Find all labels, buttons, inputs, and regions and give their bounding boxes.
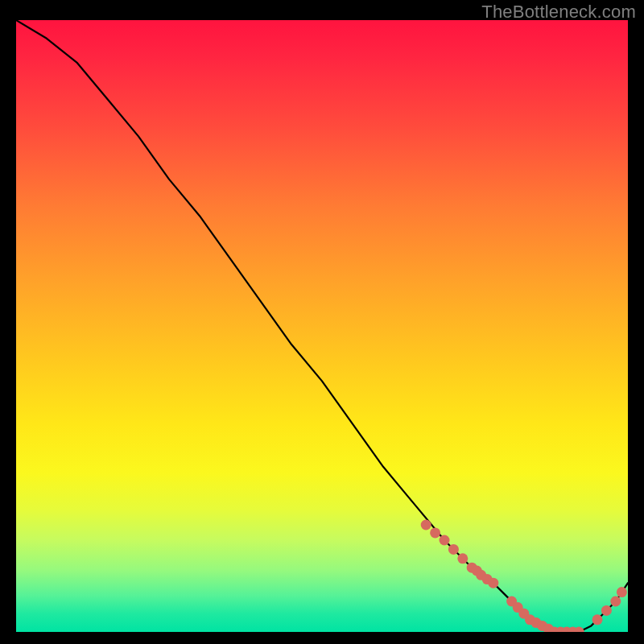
marker-dot bbox=[440, 535, 450, 546]
marker-dot bbox=[617, 587, 627, 597]
marker-dot bbox=[610, 597, 621, 607]
chart-overlay bbox=[16, 20, 628, 632]
bottleneck-curve bbox=[16, 20, 628, 632]
marker-dot bbox=[448, 544, 459, 555]
curve-markers bbox=[421, 520, 627, 633]
chart-stage: TheBottleneck.com bbox=[0, 0, 644, 644]
marker-dot bbox=[488, 578, 498, 588]
watermark-text: TheBottleneck.com bbox=[481, 2, 636, 23]
marker-dot bbox=[421, 520, 431, 530]
marker-dot bbox=[457, 553, 468, 564]
marker-dot bbox=[592, 614, 603, 625]
marker-dot bbox=[601, 605, 612, 616]
plot-area bbox=[16, 20, 628, 632]
marker-dot bbox=[430, 527, 440, 538]
